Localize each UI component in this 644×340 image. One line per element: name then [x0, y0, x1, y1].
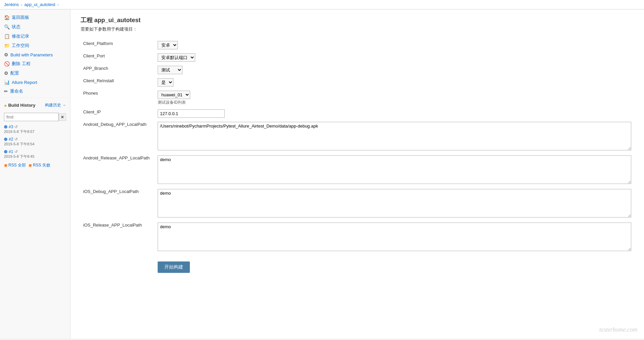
param-row-submit: 开始构建	[80, 254, 634, 275]
android-debug-path-textarea[interactable]: /Users/ninebot/PycharmProjects/Pytest_Al…	[158, 122, 631, 150]
sidebar-item-status[interactable]: 🔍 状态	[0, 22, 70, 32]
sidebar-item-delete[interactable]: 🚫 删除 工程	[0, 59, 70, 68]
sidebar-link-back[interactable]: 返回面板	[12, 14, 29, 20]
param-row-app-branch: APP_Branch 测试 master	[80, 64, 634, 76]
param-row-ios-debug-path: iOS_Debug_APP_LocalPath demo	[80, 187, 634, 221]
client-port-select[interactable]: 安卓默认端口	[158, 53, 195, 62]
sidebar-item-build-params[interactable]: ⚙ Build with Parameters	[0, 50, 70, 59]
sidebar-link-build-params[interactable]: Build with Parameters	[10, 52, 53, 57]
rename-icon: ✏	[4, 89, 8, 94]
param-row-client-platform: Client_Platform 安卓 iOS	[80, 39, 634, 51]
phones-hint: 测试设备ID列表	[158, 100, 631, 105]
build3-time: 2019-5-8 下午8:57	[4, 129, 66, 134]
param-row-client-port: Client_Port 安卓默认端口	[80, 51, 634, 64]
param-table: Client_Platform 安卓 iOS Client_Port 安卓默认端…	[80, 39, 634, 275]
sidebar-item-allure[interactable]: 📊 Allure Report	[0, 78, 70, 87]
param-label-client-reinstall: Client_ReInstall	[80, 76, 155, 89]
sidebar: 🏠 返回面板 🔍 状态 📋 修改记录 📁 工作空间 ⚙ Build with P…	[0, 9, 70, 339]
rebuild3-icon[interactable]: ↺	[14, 125, 18, 129]
home-icon: 🏠	[4, 15, 10, 20]
configure-icon: ⚙	[4, 70, 8, 76]
build2-link[interactable]: #2	[9, 137, 13, 142]
build1-link[interactable]: #1	[9, 149, 13, 154]
rss-fail-icon: ▣	[29, 163, 32, 167]
app-branch-select[interactable]: 测试 master	[158, 66, 182, 74]
submit-button[interactable]: 开始构建	[158, 261, 190, 273]
param-label-client-port: Client_Port	[80, 51, 155, 64]
param-label-client-platform: Client_Platform	[80, 39, 155, 51]
rss-all-link[interactable]: ▣ RSS 全部	[4, 162, 26, 168]
delete-icon: 🚫	[4, 61, 10, 66]
rss-all-icon: ▣	[4, 163, 7, 167]
sidebar-item-rename[interactable]: ✏ 重命名	[0, 87, 70, 96]
param-row-ios-release-path: iOS_Release_APP_LocalPath demo	[80, 221, 634, 254]
param-label-app-branch: APP_Branch	[80, 64, 155, 76]
param-row-client-reinstall: Client_ReInstall 是 否	[80, 76, 634, 89]
sidebar-link-configure[interactable]: 配置	[10, 70, 19, 76]
build-entry-3: #3 ↺ 2019-5-8 下午8:57	[0, 123, 70, 136]
page-subtitle: 需要如下参数用于构建项目：	[80, 26, 634, 32]
jenkins-breadcrumb[interactable]: Jenkins	[4, 2, 19, 7]
ios-debug-path-textarea[interactable]: demo	[158, 189, 631, 217]
top-bar: Jenkins › app_ui_autotest ›	[0, 0, 644, 9]
main-content: 工程 app_ui_autotest 需要如下参数用于构建项目： Client_…	[70, 9, 644, 339]
breadcrumb-sep2: ›	[57, 2, 59, 7]
param-row-android-release-path: Android_Release_APP_LocalPath demo	[80, 153, 634, 187]
sidebar-link-changelog[interactable]: 修改记录	[12, 33, 29, 39]
rss-fail-link[interactable]: ▣ RSS 失败	[29, 162, 50, 168]
build-params-icon: ⚙	[4, 52, 8, 57]
rebuild2-icon[interactable]: ↺	[14, 137, 18, 142]
android-release-path-textarea[interactable]: demo	[158, 155, 631, 184]
search-input[interactable]	[4, 113, 59, 121]
watermark: testerhome.com	[599, 326, 637, 333]
param-row-client-ip: Client_IP	[80, 107, 634, 120]
sidebar-link-delete[interactable]: 删除 工程	[12, 61, 31, 67]
rss-all-label: RSS 全部	[8, 162, 26, 168]
client-ip-input[interactable]	[158, 109, 225, 118]
allure-icon: 📊	[4, 80, 10, 85]
build-history-label: ● Build History	[4, 103, 35, 108]
param-label-ios-debug-path: iOS_Debug_APP_LocalPath	[80, 187, 155, 221]
param-label-android-debug-path: Android_Debug_APP_LocalPath	[80, 120, 155, 153]
sidebar-item-back[interactable]: 🏠 返回面板	[0, 13, 70, 22]
search-box: ✕	[4, 113, 66, 121]
param-label-client-ip: Client_IP	[80, 107, 155, 120]
build1-time: 2019-5-8 下午8:45	[4, 154, 66, 159]
sidebar-item-changelog[interactable]: 📋 修改记录	[0, 32, 70, 41]
rss-fail-label: RSS 失败	[33, 162, 50, 168]
sidebar-link-workspace[interactable]: 工作空间	[12, 43, 29, 49]
rss-links: ▣ RSS 全部 ▣ RSS 失败	[0, 160, 70, 170]
project-breadcrumb[interactable]: app_ui_autotest	[24, 2, 55, 7]
build-history-title: ● Build History 构建历史 →	[4, 102, 66, 108]
param-row-android-debug-path: Android_Debug_APP_LocalPath /Users/nineb…	[80, 120, 634, 153]
param-label-phones: Phones	[80, 89, 155, 107]
phones-select[interactable]: huawei_01 huawei_02	[158, 91, 190, 99]
build-history-icon: ●	[4, 103, 7, 108]
build3-link[interactable]: #3	[9, 125, 13, 129]
build3-status-dot	[4, 125, 7, 129]
param-row-phones: Phones huawei_01 huawei_02 测试设备ID列表	[80, 89, 634, 107]
ios-release-path-textarea[interactable]: demo	[158, 223, 631, 251]
build2-time: 2019-5-8 下午8:54	[4, 142, 66, 147]
build-history-section: ● Build History 构建历史 →	[0, 100, 70, 110]
build-history-link[interactable]: 构建历史 →	[45, 102, 66, 108]
sidebar-link-status[interactable]: 状态	[12, 24, 20, 30]
client-reinstall-select[interactable]: 是 否	[158, 78, 173, 87]
client-platform-select[interactable]: 安卓 iOS	[158, 41, 178, 49]
build1-status-dot	[4, 150, 7, 153]
workspace-icon: 📁	[4, 43, 10, 48]
build2-status-dot	[4, 138, 7, 141]
sidebar-item-configure[interactable]: ⚙ 配置	[0, 68, 70, 78]
changelog-icon: 📋	[4, 34, 10, 39]
page-title: 工程 app_ui_autotest	[80, 16, 634, 24]
search-clear-button[interactable]: ✕	[59, 113, 66, 121]
param-label-ios-release-path: iOS_Release_APP_LocalPath	[80, 221, 155, 254]
sidebar-link-rename[interactable]: 重命名	[10, 88, 23, 94]
rebuild1-icon[interactable]: ↺	[14, 149, 18, 154]
breadcrumb-sep1: ›	[21, 2, 22, 7]
sidebar-link-allure[interactable]: Allure Report	[12, 80, 37, 85]
build-entry-2: #2 ↺ 2019-5-8 下午8:54	[0, 136, 70, 148]
param-label-android-release-path: Android_Release_APP_LocalPath	[80, 153, 155, 187]
sidebar-item-workspace[interactable]: 📁 工作空间	[0, 41, 70, 50]
build-entry-1: #1 ↺ 2019-5-8 下午8:45	[0, 148, 70, 160]
